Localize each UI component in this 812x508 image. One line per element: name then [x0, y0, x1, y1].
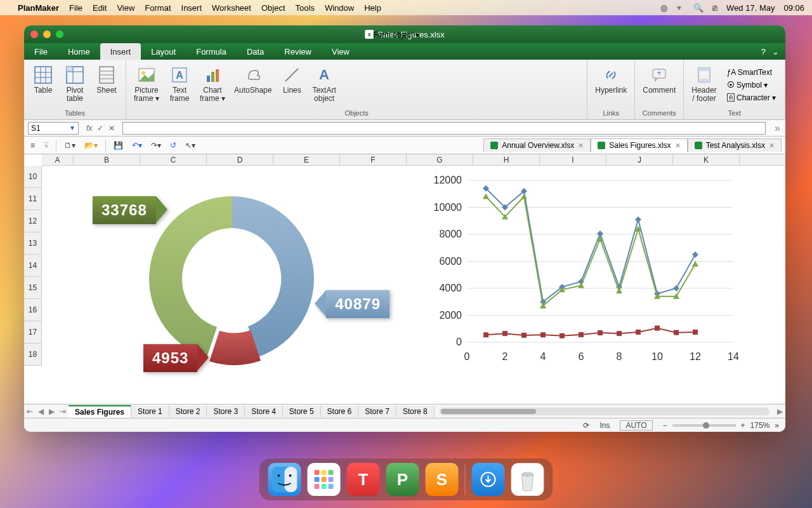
fx-icon[interactable]: fx — [86, 124, 92, 133]
presentations-icon[interactable]: S — [426, 463, 459, 496]
sheet-tab[interactable]: Store 7 — [358, 406, 396, 417]
tab-view[interactable]: View — [322, 43, 360, 60]
row-header[interactable]: 12 — [24, 210, 41, 232]
align-icon[interactable]: ≡ — [28, 140, 37, 151]
line-chart[interactable]: 02000400060008000100001200002468101214 — [422, 171, 752, 374]
sheet-tab[interactable]: Store 5 — [283, 406, 321, 417]
horizontal-scrollbar[interactable] — [440, 408, 769, 415]
refresh-icon[interactable]: ↺ — [167, 140, 179, 151]
scroll-right-icon[interactable]: ▶ — [775, 407, 785, 416]
col-header[interactable]: E — [273, 154, 340, 165]
menubar-time[interactable]: 09:06 — [783, 3, 804, 13]
doctab-annual[interactable]: Annual Overview.xlsx✕ — [483, 138, 591, 152]
pointer-icon[interactable]: ↖▾ — [183, 140, 198, 151]
table-button[interactable]: Table — [28, 62, 58, 108]
sheet-tab[interactable]: Store 2 — [169, 406, 207, 417]
menubar-date[interactable]: Wed 17. May — [726, 3, 775, 13]
planmaker-icon[interactable]: P — [386, 463, 419, 496]
spreadsheet-area[interactable]: A B C D E F G H I J K 10 11 12 13 14 15 … — [24, 154, 785, 404]
prev-sheet-icon[interactable]: ◀ — [36, 407, 46, 416]
formula-input[interactable] — [122, 122, 766, 135]
wifi-icon[interactable]: ᯤ — [676, 3, 684, 13]
menu-window[interactable]: Window — [325, 3, 354, 13]
col-header[interactable]: K — [673, 154, 740, 165]
doctab-test[interactable]: Test Analysis.xlsx✕ — [688, 138, 782, 152]
sheet-canvas[interactable]: 33768 40879 4953 02000400060008000100001… — [42, 166, 785, 404]
control-center-icon[interactable]: ⎚ — [712, 3, 717, 13]
menu-view[interactable]: View — [117, 3, 134, 13]
zoom-in-icon[interactable]: + — [741, 421, 745, 430]
textart-button[interactable]: ATextArt object — [308, 62, 339, 108]
sync-icon[interactable]: ⟳ — [583, 421, 589, 430]
sheet-tab[interactable]: Store 8 — [396, 406, 435, 417]
menu-help[interactable]: Help — [364, 3, 381, 13]
cell-reference-box[interactable]: S1▼ — [28, 122, 79, 135]
tab-data[interactable]: Data — [237, 43, 274, 60]
collapse-ribbon-icon[interactable]: ⌄ — [772, 47, 779, 57]
tab-file[interactable]: File — [24, 43, 58, 60]
donut-chart[interactable]: 33768 40879 4953 — [86, 171, 378, 387]
zoom-out-icon[interactable]: − — [663, 421, 667, 430]
picture-frame-button[interactable]: Picture frame ▾ — [130, 62, 163, 108]
zoom-control[interactable]: − + 175% » — [663, 421, 779, 430]
col-header[interactable]: A — [42, 154, 74, 165]
tab-home[interactable]: Home — [58, 43, 100, 60]
col-header[interactable]: B — [74, 154, 140, 165]
tab-formula[interactable]: Formula — [186, 43, 237, 60]
text-frame-button[interactable]: AText frame — [164, 62, 195, 108]
header-footer-button[interactable]: Header / footer — [688, 62, 720, 108]
menu-worksheet[interactable]: Worksheet — [212, 3, 251, 13]
hyperlink-button[interactable]: Hyperlink — [591, 62, 631, 108]
row-header[interactable]: 14 — [24, 255, 41, 277]
sheet-tab[interactable]: Store 6 — [321, 406, 359, 417]
launchpad-icon[interactable] — [308, 463, 341, 496]
sheet-button[interactable]: Sheet — [91, 62, 122, 108]
accept-icon[interactable]: ✓ — [97, 124, 103, 133]
col-header[interactable]: H — [473, 154, 540, 165]
close-icon[interactable]: ✕ — [675, 142, 681, 150]
touch-icon[interactable]: ☟ — [41, 140, 51, 151]
sheet-tab[interactable]: Store 1 — [131, 406, 169, 417]
row-header[interactable]: 10 — [24, 166, 41, 188]
textmaker-icon[interactable]: T — [347, 463, 380, 496]
first-sheet-icon[interactable]: ⇤ — [24, 407, 36, 416]
col-header[interactable]: G — [407, 154, 473, 165]
downloads-icon[interactable] — [472, 463, 505, 496]
pivot-table-button[interactable]: Pivot table — [60, 62, 90, 108]
chart-frame-button[interactable]: Chart frame ▾ — [196, 62, 229, 108]
sheet-tab[interactable]: Store 3 — [207, 406, 245, 417]
user-icon[interactable]: ◎ — [660, 3, 667, 13]
cancel-icon[interactable]: ✕ — [108, 124, 115, 133]
row-header[interactable]: 15 — [24, 277, 41, 299]
row-header[interactable]: 13 — [24, 232, 41, 255]
lines-button[interactable]: Lines — [277, 62, 307, 108]
new-doc-icon[interactable]: 🗋▾ — [62, 140, 78, 151]
tab-insert[interactable]: Insert — [100, 43, 141, 60]
expand-status-icon[interactable]: » — [775, 421, 779, 430]
col-header[interactable]: J — [606, 154, 673, 165]
save-icon[interactable]: 💾 — [111, 140, 126, 151]
close-window-button[interactable] — [30, 30, 38, 38]
redo-icon[interactable]: ↷▾ — [148, 140, 164, 151]
row-header[interactable]: 17 — [24, 321, 41, 344]
symbol-button[interactable]: ⦿ Symbol ▾ — [727, 79, 776, 91]
finder-icon[interactable] — [268, 463, 301, 496]
smarttext-button[interactable]: ƒA SmartText — [727, 67, 776, 78]
menu-format[interactable]: Format — [145, 3, 171, 13]
trash-icon[interactable] — [511, 463, 544, 496]
col-header[interactable]: I — [540, 154, 606, 165]
close-icon[interactable]: ✕ — [769, 142, 775, 150]
autoshape-button[interactable]: AutoShape — [230, 62, 275, 108]
row-header[interactable]: 11 — [24, 188, 41, 210]
menu-file[interactable]: File — [69, 3, 82, 13]
close-icon[interactable]: ✕ — [578, 142, 584, 150]
help-icon[interactable]: ? — [761, 47, 766, 57]
app-name[interactable]: PlanMaker — [18, 3, 59, 13]
row-header[interactable]: 18 — [24, 344, 41, 366]
expand-formula-icon[interactable]: » — [769, 123, 785, 134]
menu-tools[interactable]: Tools — [296, 3, 315, 13]
doctab-sales[interactable]: Sales Figures.xlsx✕ — [591, 138, 687, 152]
menu-insert[interactable]: Insert — [181, 3, 202, 13]
form-object-button[interactable]: Form object ▾ — [373, 30, 419, 39]
zoom-window-button[interactable] — [56, 30, 63, 38]
